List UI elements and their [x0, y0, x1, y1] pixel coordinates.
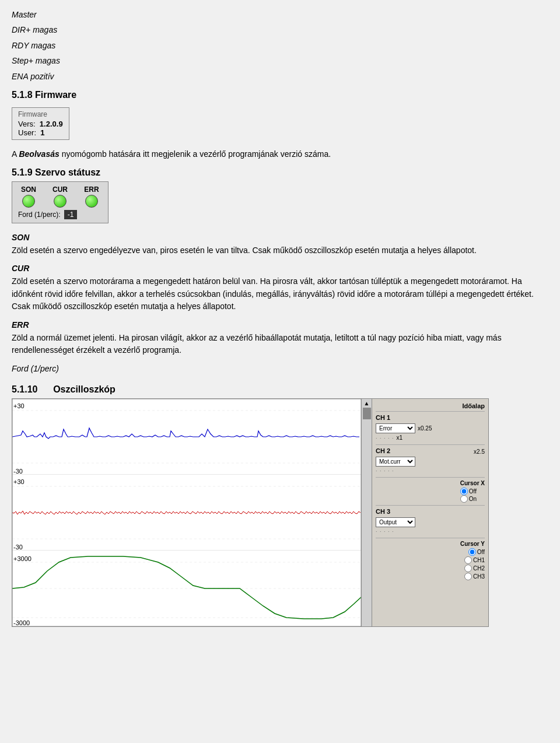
son-desc-body: Zöld esetén a szervo engedélyezve van, p… [12, 246, 477, 255]
ford-value: -1 [64, 210, 78, 219]
ch1-header: CH 1 [376, 414, 485, 422]
ch3-label: CH 3 [376, 508, 390, 515]
idoalap-label: Időalap [462, 402, 485, 409]
osc-div1 [376, 444, 485, 445]
cursor-y-off-radio[interactable] [468, 548, 476, 556]
firmware-heading: 5.1.8 Firmware [12, 90, 548, 100]
ch2-slider-dots[interactable]: · · · · · [376, 468, 394, 474]
cur-term: CUR [12, 264, 29, 273]
cursor-y-section: Cursor Y Off CH1 CH2 [376, 541, 485, 580]
cursor-y-ch1-label: CH1 [473, 557, 485, 563]
son-led [22, 195, 35, 208]
cursor-y-ch3-row: CH3 [464, 573, 485, 580]
osc-div2 [376, 477, 485, 478]
ch2-scale: x2.5 [474, 448, 485, 455]
son-description: SON Zöld esetén a szervo engedélyezve va… [12, 232, 548, 257]
ch2-top-label: +30 [13, 478, 24, 485]
osc-ctrl-header: Időalap [376, 402, 485, 412]
ch1-scale2: x1 [397, 434, 403, 441]
ch1-slider-dots[interactable]: · · · · · [376, 435, 394, 441]
firmware-vers-row: Vers: 1.2.0.9 [18, 120, 63, 128]
cursor-y-ch3-label: CH3 [473, 573, 485, 580]
ch2-section: CH 2 x2.5 Mot.curr · · · · · [376, 447, 485, 474]
cursor-x-on-radio[interactable] [460, 495, 468, 503]
ch2-select[interactable]: Mot.curr [376, 457, 415, 467]
oscilloscope-section: 5.1.10 Oszcilloszkóp +30 -30 [12, 384, 548, 627]
osc-div3 [376, 505, 485, 506]
servo-labels-row: SON CUR ERR [18, 185, 102, 208]
ch3-bot-label: -3000 [13, 619, 30, 626]
cur-desc-text: CUR Zöld esetén a szervo motorárama a me… [12, 262, 548, 313]
firmware-user-value: 1 [40, 128, 44, 137]
err-label: ERR [81, 185, 102, 194]
top-line-1: Master [12, 8, 548, 21]
osc-scrollbar[interactable]: ▲ [362, 398, 372, 627]
son-label: SON [18, 185, 39, 194]
cursor-x-on-label: On [469, 496, 477, 502]
cursor-y-options: Off CH1 CH2 CH3 [376, 548, 485, 580]
firmware-desc: A Beolvasás nyomógomb hatására itt megje… [12, 148, 548, 160]
cursor-x-off-label: Off [469, 488, 477, 495]
cursor-y-ch2-row: CH2 [464, 565, 485, 572]
firmware-vers-label: Vers: [18, 120, 36, 128]
ford-label: Ford (1/perc): [18, 211, 61, 219]
ch3-row: Output [376, 517, 485, 527]
ch2-row: Mot.curr [376, 457, 485, 467]
err-desc-text: ERR Zöld a normál üzemet jelenti. Ha pir… [12, 319, 548, 357]
ford-row: Ford (1/perc): -1 [18, 210, 102, 219]
servo-heading: 5.1.9 Szervo státusz [12, 167, 548, 178]
ch2-label: CH 2 [376, 447, 390, 454]
ch1-slider-row: · · · · · x1 [376, 434, 485, 441]
err-desc-body: Zöld a normál üzemet jelenti. Ha pirosan… [12, 333, 502, 355]
cursor-x-off-row: Off [460, 488, 485, 495]
top-line-4: Step+ magas [12, 54, 548, 67]
cur-label: CUR [50, 185, 71, 194]
top-line-3: RDY magas [12, 39, 548, 52]
scrollbar-up-arrow[interactable]: ▲ [364, 400, 370, 406]
osc-heading: 5.1.10 Oszcilloszkóp [12, 384, 548, 395]
top-info-section: Master DIR+ magas RDY magas Step+ magas … [12, 8, 548, 83]
ford-desc-text: Ford (1/perc) [12, 364, 59, 373]
son-col: SON [18, 185, 39, 208]
firmware-box-title: Firmware [18, 110, 63, 118]
ch3-header: CH 3 [376, 508, 485, 516]
cursor-y-off-row: Off [468, 548, 485, 556]
cur-led [54, 195, 66, 208]
cursor-y-ch2-radio[interactable] [464, 565, 472, 572]
cursor-x-off-radio[interactable] [460, 488, 468, 495]
top-line-5: ENA pozitív [12, 70, 548, 83]
osc-div4 [376, 538, 485, 538]
ch2-header: CH 2 x2.5 [376, 447, 485, 455]
scrollbar-thumb[interactable] [363, 408, 371, 419]
osc-main-container: +30 -30 +30 -30 [12, 398, 548, 627]
son-desc-text: SON Zöld esetén a szervo engedélyezve va… [12, 232, 548, 257]
servo-status-box: SON CUR ERR Ford (1/perc): -1 [12, 181, 108, 223]
cursor-y-ch3-radio[interactable] [464, 573, 472, 580]
cursor-y-ch2-label: CH2 [473, 565, 485, 572]
osc-heading-number: 5.1.10 [12, 384, 37, 394]
ch3-slider-dots[interactable]: · · · · · [376, 528, 394, 534]
cursor-x-on-row: On [460, 495, 485, 503]
ch1-row: Error x0.25 [376, 423, 485, 433]
cursor-y-off-label: Off [477, 549, 485, 555]
osc-svg: +30 -30 +30 -30 [12, 399, 361, 626]
cur-description: CUR Zöld esetén a szervo motorárama a me… [12, 262, 548, 313]
cursor-x-section: Cursor X Off On [376, 480, 485, 503]
ch1-label: CH 1 [376, 414, 390, 421]
cursor-y-ch1-radio[interactable] [464, 556, 472, 564]
osc-controls-panel: Időalap CH 1 Error x0.25 · · · · · x1 [372, 398, 489, 627]
cursor-x-label: Cursor X [460, 480, 485, 486]
err-led [85, 195, 98, 208]
osc-heading-title: Oszcilloszkóp [53, 384, 116, 394]
ch1-bot-label: -30 [13, 468, 23, 475]
son-term: SON [12, 233, 29, 242]
firmware-vers-value: 1.2.0.9 [40, 120, 63, 128]
cursor-y-label: Cursor Y [376, 541, 485, 547]
ch1-select[interactable]: Error [376, 423, 415, 433]
err-description: ERR Zöld a normál üzemet jelenti. Ha pir… [12, 319, 548, 357]
osc-plot-area: +30 -30 +30 -30 [12, 398, 362, 627]
ch3-select[interactable]: Output [376, 517, 415, 527]
err-col: ERR [81, 185, 102, 208]
ch1-scale: x0.25 [418, 425, 432, 432]
cursor-y-ch1-row: CH1 [464, 556, 485, 564]
